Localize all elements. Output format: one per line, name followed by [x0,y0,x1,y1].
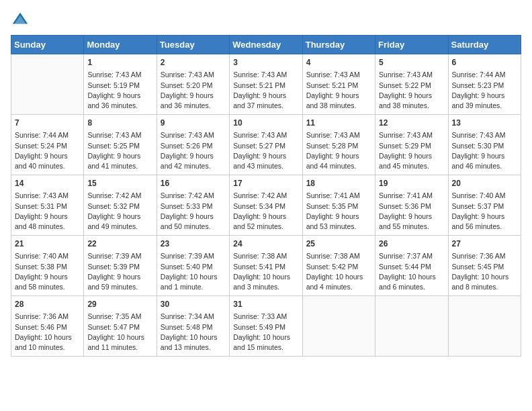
day-number: 28 [15,299,80,310]
day-number: 19 [379,178,444,189]
day-number: 3 [233,57,298,68]
calendar-cell: 16Sunrise: 7:42 AMSunset: 5:33 PMDayligh… [157,175,229,236]
day-info: Sunrise: 7:36 AMSunset: 5:45 PMDaylight:… [452,251,517,292]
day-number: 7 [15,118,80,129]
calendar-cell: 28Sunrise: 7:36 AMSunset: 5:46 PMDayligh… [11,296,84,357]
day-number: 9 [161,118,226,129]
calendar-table: SundayMondayTuesdayWednesdayThursdayFrid… [11,35,521,357]
day-number: 15 [87,178,152,189]
day-number: 23 [161,238,226,250]
day-number: 18 [306,178,371,189]
page-header [11,11,521,30]
day-number: 4 [306,57,371,68]
day-info: Sunrise: 7:41 AMSunset: 5:35 PMDaylight:… [306,191,371,232]
calendar-body: 1Sunrise: 7:43 AMSunset: 5:19 PMDaylight… [11,54,521,357]
day-number: 16 [161,178,226,189]
day-info: Sunrise: 7:43 AMSunset: 5:21 PMDaylight:… [306,70,371,111]
weekday-header-friday: Friday [375,36,448,54]
day-number: 24 [233,238,298,250]
day-info: Sunrise: 7:34 AMSunset: 5:48 PMDaylight:… [161,312,226,353]
calendar-cell: 15Sunrise: 7:42 AMSunset: 5:32 PMDayligh… [84,175,157,236]
day-info: Sunrise: 7:40 AMSunset: 5:37 PMDaylight:… [452,191,517,232]
logo-icon [11,11,30,30]
day-number: 29 [87,299,152,310]
day-number: 5 [379,57,444,68]
calendar-cell: 25Sunrise: 7:38 AMSunset: 5:42 PMDayligh… [302,236,375,296]
day-number: 11 [306,118,371,129]
day-number: 25 [306,238,371,250]
calendar-cell [302,296,375,357]
calendar-cell: 12Sunrise: 7:43 AMSunset: 5:29 PMDayligh… [375,115,448,175]
day-info: Sunrise: 7:38 AMSunset: 5:41 PMDaylight:… [233,251,298,292]
day-info: Sunrise: 7:43 AMSunset: 5:29 PMDaylight:… [379,130,444,171]
calendar-cell [448,296,521,357]
day-number: 14 [15,178,80,189]
day-info: Sunrise: 7:43 AMSunset: 5:31 PMDaylight:… [15,191,80,232]
day-info: Sunrise: 7:44 AMSunset: 5:24 PMDaylight:… [15,130,80,171]
calendar-cell: 26Sunrise: 7:37 AMSunset: 5:44 PMDayligh… [375,236,448,296]
calendar-week-row: 28Sunrise: 7:36 AMSunset: 5:46 PMDayligh… [11,296,521,357]
calendar-header: SundayMondayTuesdayWednesdayThursdayFrid… [11,36,521,54]
calendar-cell: 17Sunrise: 7:42 AMSunset: 5:34 PMDayligh… [230,175,302,236]
day-info: Sunrise: 7:43 AMSunset: 5:22 PMDaylight:… [379,70,444,111]
day-number: 13 [452,118,517,129]
day-info: Sunrise: 7:38 AMSunset: 5:42 PMDaylight:… [306,251,371,292]
calendar-cell: 2Sunrise: 7:43 AMSunset: 5:20 PMDaylight… [157,54,229,115]
day-info: Sunrise: 7:33 AMSunset: 5:49 PMDaylight:… [233,312,298,353]
calendar-cell: 11Sunrise: 7:43 AMSunset: 5:28 PMDayligh… [302,115,375,175]
weekday-header-thursday: Thursday [302,36,375,54]
calendar-cell: 24Sunrise: 7:38 AMSunset: 5:41 PMDayligh… [230,236,302,296]
day-number: 2 [161,57,226,68]
calendar-cell: 4Sunrise: 7:43 AMSunset: 5:21 PMDaylight… [302,54,375,115]
day-info: Sunrise: 7:35 AMSunset: 5:47 PMDaylight:… [87,312,152,353]
calendar-cell [375,296,448,357]
day-number: 26 [379,238,444,250]
day-number: 31 [233,299,298,310]
weekday-header-row: SundayMondayTuesdayWednesdayThursdayFrid… [11,36,521,54]
calendar-cell: 20Sunrise: 7:40 AMSunset: 5:37 PMDayligh… [448,175,521,236]
day-info: Sunrise: 7:39 AMSunset: 5:40 PMDaylight:… [161,251,226,292]
logo [11,11,32,30]
calendar-week-row: 21Sunrise: 7:40 AMSunset: 5:38 PMDayligh… [11,236,521,296]
calendar-cell: 8Sunrise: 7:43 AMSunset: 5:25 PMDaylight… [84,115,157,175]
calendar-cell: 31Sunrise: 7:33 AMSunset: 5:49 PMDayligh… [230,296,302,357]
day-number: 1 [87,57,152,68]
calendar-cell: 1Sunrise: 7:43 AMSunset: 5:19 PMDaylight… [84,54,157,115]
calendar-cell: 18Sunrise: 7:41 AMSunset: 5:35 PMDayligh… [302,175,375,236]
day-info: Sunrise: 7:42 AMSunset: 5:32 PMDaylight:… [87,191,152,232]
day-info: Sunrise: 7:43 AMSunset: 5:21 PMDaylight:… [233,70,298,111]
calendar-cell: 27Sunrise: 7:36 AMSunset: 5:45 PMDayligh… [448,236,521,296]
day-info: Sunrise: 7:37 AMSunset: 5:44 PMDaylight:… [379,251,444,292]
calendar-cell: 29Sunrise: 7:35 AMSunset: 5:47 PMDayligh… [84,296,157,357]
calendar-cell: 30Sunrise: 7:34 AMSunset: 5:48 PMDayligh… [157,296,229,357]
calendar-week-row: 7Sunrise: 7:44 AMSunset: 5:24 PMDaylight… [11,115,521,175]
day-info: Sunrise: 7:43 AMSunset: 5:20 PMDaylight:… [161,70,226,111]
day-info: Sunrise: 7:36 AMSunset: 5:46 PMDaylight:… [15,312,80,353]
day-number: 22 [87,238,152,250]
calendar-cell: 9Sunrise: 7:43 AMSunset: 5:26 PMDaylight… [157,115,229,175]
weekday-header-wednesday: Wednesday [230,36,302,54]
calendar-cell: 7Sunrise: 7:44 AMSunset: 5:24 PMDaylight… [11,115,84,175]
day-info: Sunrise: 7:43 AMSunset: 5:26 PMDaylight:… [161,130,226,171]
calendar-cell: 22Sunrise: 7:39 AMSunset: 5:39 PMDayligh… [84,236,157,296]
day-info: Sunrise: 7:43 AMSunset: 5:19 PMDaylight:… [87,70,152,111]
day-info: Sunrise: 7:40 AMSunset: 5:38 PMDaylight:… [15,251,80,292]
day-info: Sunrise: 7:43 AMSunset: 5:28 PMDaylight:… [306,130,371,171]
day-number: 12 [379,118,444,129]
day-number: 27 [452,238,517,250]
day-number: 20 [452,178,517,189]
day-number: 8 [87,118,152,129]
calendar-week-row: 14Sunrise: 7:43 AMSunset: 5:31 PMDayligh… [11,175,521,236]
day-info: Sunrise: 7:42 AMSunset: 5:34 PMDaylight:… [233,191,298,232]
day-number: 21 [15,238,80,250]
day-number: 10 [233,118,298,129]
calendar-cell: 23Sunrise: 7:39 AMSunset: 5:40 PMDayligh… [157,236,229,296]
day-info: Sunrise: 7:43 AMSunset: 5:30 PMDaylight:… [452,130,517,171]
calendar-cell: 5Sunrise: 7:43 AMSunset: 5:22 PMDaylight… [375,54,448,115]
calendar-cell: 14Sunrise: 7:43 AMSunset: 5:31 PMDayligh… [11,175,84,236]
day-info: Sunrise: 7:39 AMSunset: 5:39 PMDaylight:… [87,251,152,292]
weekday-header-monday: Monday [84,36,157,54]
day-info: Sunrise: 7:41 AMSunset: 5:36 PMDaylight:… [379,191,444,232]
day-info: Sunrise: 7:44 AMSunset: 5:23 PMDaylight:… [452,70,517,111]
day-info: Sunrise: 7:42 AMSunset: 5:33 PMDaylight:… [161,191,226,232]
